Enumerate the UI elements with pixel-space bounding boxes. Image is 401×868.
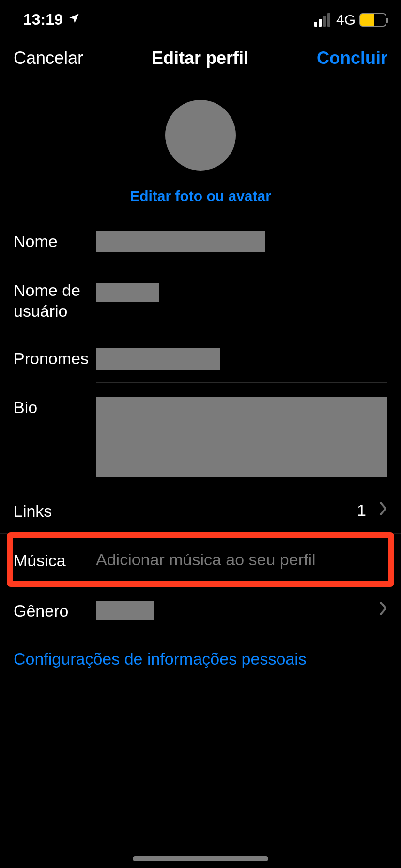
bio-value[interactable] [96,397,387,489]
pronouns-value[interactable] [96,348,387,383]
nav-header: Cancelar Editar perfil Concluir [0,33,401,85]
personal-info-link[interactable]: Configurações de informações pessoais [0,634,401,684]
gender-label: Gênero [14,601,96,621]
status-bar: 13:19 4G [0,0,401,33]
chevron-right-icon [379,601,387,620]
music-placeholder: Adicionar música ao seu perfil [96,550,316,569]
username-input[interactable] [96,283,159,302]
username-value[interactable] [96,280,387,315]
status-right: 4G [314,12,386,28]
username-label: Nome de usuário [14,280,96,321]
gender-value[interactable] [96,601,387,620]
edit-avatar-button[interactable]: Editar foto ou avatar [130,188,271,204]
links-count: 1 [357,501,366,520]
name-label: Nome [14,231,96,252]
row-name[interactable]: Nome [14,217,401,266]
name-input[interactable] [96,231,265,252]
network-label: 4G [336,12,355,28]
pronouns-label: Pronomes [14,348,96,369]
status-left: 13:19 [23,11,80,29]
done-button[interactable]: Concluir [317,48,387,68]
pronouns-input[interactable] [96,348,220,370]
row-gender[interactable]: Gênero [0,588,401,635]
row-pronouns[interactable]: Pronomes [14,335,401,384]
avatar[interactable] [165,100,236,170]
bio-label: Bio [14,397,96,418]
chevron-right-icon [379,501,387,520]
signal-icon [314,13,330,27]
location-icon [68,11,80,29]
home-indicator[interactable] [133,856,268,861]
music-label: Música [14,550,96,571]
cancel-button[interactable]: Cancelar [14,48,83,68]
battery-icon [359,13,386,27]
links-label: Links [14,501,96,522]
music-value[interactable]: Adicionar música ao seu perfil [96,550,387,569]
row-username[interactable]: Nome de usuário [14,266,401,335]
gender-input[interactable] [96,601,154,620]
row-music[interactable]: Música Adicionar música ao seu perfil [0,534,401,588]
status-time: 13:19 [23,11,63,29]
avatar-section: Editar foto ou avatar [0,85,401,217]
row-bio[interactable]: Bio [14,384,401,490]
links-value[interactable]: 1 [96,501,387,520]
page-title: Editar perfil [152,48,248,68]
edit-form: Nome Nome de usuário Pronomes Bio Links … [0,217,401,634]
name-value[interactable] [96,231,387,265]
row-links[interactable]: Links 1 [0,490,401,534]
bio-input[interactable] [96,397,387,477]
